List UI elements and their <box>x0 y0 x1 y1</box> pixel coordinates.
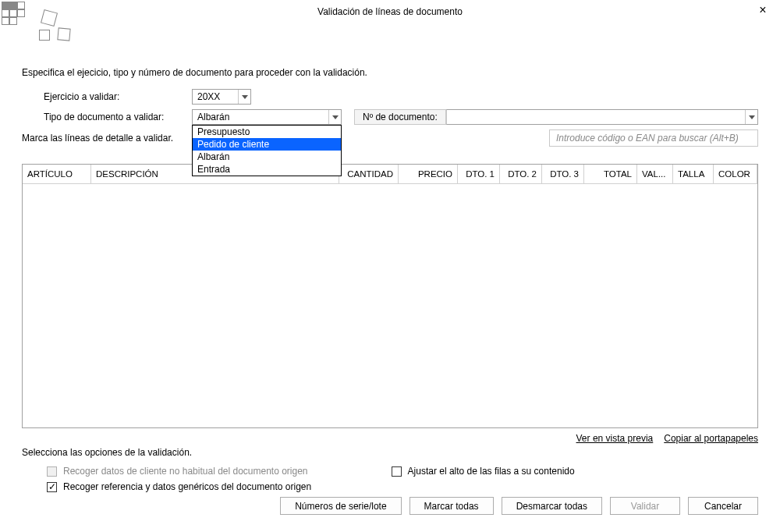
desmarcar-todas-button[interactable]: Desmarcar todas <box>502 497 602 515</box>
column-header[interactable]: PRECIO <box>399 165 458 184</box>
chevron-down-icon <box>745 110 757 124</box>
instruction-options: Selecciona las opciones de la validación… <box>22 447 758 458</box>
dropdown-option[interactable]: Presupuesto <box>193 126 341 138</box>
table-body <box>23 184 757 427</box>
copy-link[interactable]: Copiar al portapapeles <box>664 433 758 444</box>
lines-table: ARTÍCULODESCRIPCIÓNCANTIDADPRECIODTO. 1D… <box>22 164 758 428</box>
preview-link[interactable]: Ver en vista previa <box>576 433 654 444</box>
instruction-main: Especifica el ejecicio, tipo y número de… <box>22 67 758 78</box>
column-header[interactable]: COLOR <box>714 165 757 184</box>
column-header[interactable]: DTO. 2 <box>500 165 542 184</box>
options-checkboxes: Recoger datos de cliente no habitual del… <box>22 466 758 497</box>
button-bar: Números de serie/lote Marcar todas Desma… <box>280 497 758 515</box>
numdoc-label: Nº de documento: <box>354 109 446 125</box>
chevron-down-icon <box>238 90 250 104</box>
marcar-todas-button[interactable]: Marcar todas <box>410 497 494 515</box>
numeros-serie-button[interactable]: Números de serie/lote <box>280 497 401 515</box>
validar-button[interactable]: Validar <box>610 497 680 515</box>
content-area: Especifica el ejecicio, tipo y número de… <box>22 67 758 515</box>
dropdown-option[interactable]: Entrada <box>193 163 341 176</box>
column-header[interactable]: ARTÍCULO <box>23 165 91 184</box>
checkbox-icon <box>392 466 402 477</box>
window-title: Validación de líneas de documento <box>0 6 780 17</box>
table-header: ARTÍCULODESCRIPCIÓNCANTIDADPRECIODTO. 1D… <box>23 165 757 184</box>
search-input[interactable]: Introduce código o EAN para buscar (Alt+… <box>549 129 758 147</box>
ejercicio-label: Ejercicio a validar: <box>44 91 192 102</box>
column-header[interactable]: DTO. 1 <box>458 165 500 184</box>
checkbox-ajustar-alto[interactable]: Ajustar el alto de las filas a su conten… <box>392 466 758 477</box>
checkbox-label: Ajustar el alto de las filas a su conten… <box>408 466 575 477</box>
column-header[interactable]: TALLA <box>673 165 714 184</box>
tipodoc-value: Albarán <box>193 112 328 122</box>
numdoc-select[interactable] <box>446 109 758 125</box>
checkbox-icon <box>47 466 57 477</box>
dropdown-option[interactable]: Pedido de cliente <box>193 138 341 151</box>
titlebar: Validación de líneas de documento × <box>0 0 780 44</box>
column-header[interactable]: DTO. 3 <box>542 165 584 184</box>
checkbox-icon: ✓ <box>47 482 57 492</box>
chevron-down-icon <box>328 110 341 124</box>
checkbox-label: Recoger datos de cliente no habitual del… <box>63 466 308 477</box>
ejercicio-value: 20XX <box>193 91 238 102</box>
dialog-window: Validación de líneas de documento × Espe… <box>0 0 780 532</box>
checkbox-label: Recoger referencia y datos genéricos del… <box>63 481 311 492</box>
table-links: Ver en vista previa Copiar al portapapel… <box>22 433 758 444</box>
dropdown-option[interactable]: Albarán <box>193 151 341 163</box>
cancelar-button[interactable]: Cancelar <box>688 497 758 515</box>
column-header[interactable]: TOTAL <box>584 165 637 184</box>
tipodoc-select[interactable]: Albarán <box>192 109 342 125</box>
instruction-mark: Marca las líneas de detalle a validar. <box>22 133 173 144</box>
tipodoc-dropdown[interactable]: PresupuestoPedido de clienteAlbaránEntra… <box>192 125 342 176</box>
close-icon[interactable]: × <box>752 2 774 19</box>
checkbox-recoger-referencia[interactable]: ✓ Recoger referencia y datos genéricos d… <box>47 481 392 492</box>
column-header[interactable]: CANTIDAD <box>339 165 399 184</box>
ejercicio-select[interactable]: 20XX <box>192 89 251 105</box>
tipodoc-label: Tipo de documento a validar: <box>44 112 192 122</box>
checkbox-recoger-cliente: Recoger datos de cliente no habitual del… <box>47 466 392 477</box>
column-header[interactable]: VAL... <box>637 165 673 184</box>
